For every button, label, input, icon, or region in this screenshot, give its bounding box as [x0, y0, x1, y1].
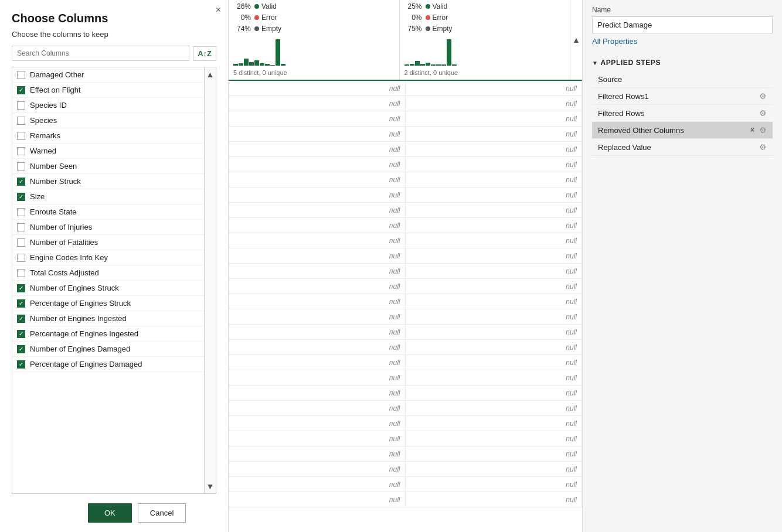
checkbox-species[interactable]: [17, 117, 25, 125]
grid-cell-null: null: [406, 294, 583, 309]
grid-cell-null: null: [406, 218, 583, 233]
scroll-down-button[interactable]: ▼: [206, 482, 215, 491]
ok-button[interactable]: OK: [88, 503, 132, 523]
step-item-replaced-value[interactable]: Replaced Value⚙: [592, 139, 773, 156]
grid-cell-null: null: [229, 157, 406, 172]
checkbox-enroute-state[interactable]: [17, 208, 25, 216]
checkbox-number-of-fatalities[interactable]: [17, 238, 25, 247]
column-item-species[interactable]: Species: [12, 113, 204, 128]
checkbox-number-of-engines-struck[interactable]: [17, 284, 25, 292]
checkbox-total-costs-adjusted[interactable]: [17, 269, 25, 277]
column-item-species-id[interactable]: Species ID: [12, 98, 204, 113]
step-gear-removed-other-columns[interactable]: ⚙: [759, 125, 767, 135]
step-gear-replaced-value[interactable]: ⚙: [759, 142, 767, 152]
grid-scroll-right-arrow[interactable]: ▲: [570, 0, 582, 80]
column-item-effect-on-flight[interactable]: Effect on Flight: [12, 83, 204, 98]
checkbox-size[interactable]: [17, 193, 25, 201]
grid-cell-null: null: [406, 81, 583, 96]
step-item-source[interactable]: Source: [592, 71, 773, 88]
grid-cell-null: null: [229, 309, 406, 324]
step-item-removed-other-columns[interactable]: Removed Other Columns×⚙: [592, 122, 773, 139]
column-item-size[interactable]: Size: [12, 189, 204, 204]
bar-item: [415, 61, 420, 66]
checkbox-effect-on-flight[interactable]: [17, 86, 25, 94]
bar-item: [420, 64, 425, 66]
column-label-number-of-engines-struck: Number of Engines Struck: [30, 284, 119, 292]
grid-cell-null: null: [406, 264, 583, 278]
column-item-number-of-engines-struck[interactable]: Number of Engines Struck: [12, 281, 204, 296]
step-gear-filtered-rows1[interactable]: ⚙: [759, 91, 767, 101]
step-item-filtered-rows1[interactable]: Filtered Rows1⚙: [592, 88, 773, 105]
dot-valid: [254, 4, 259, 9]
grid-cell-null: null: [406, 431, 583, 446]
step-delete-removed-other-columns[interactable]: ×: [750, 126, 754, 134]
column-label-engine-codes-info-key: Engine Codes Info Key: [30, 253, 108, 262]
grid-body: nullnullnullnullnullnullnullnullnullnull…: [229, 81, 582, 507]
checkbox-number-of-engines-ingested[interactable]: [17, 315, 25, 323]
step-item-filtered-rows[interactable]: Filtered Rows⚙: [592, 105, 773, 122]
table-row: nullnull: [229, 309, 582, 325]
grid-cell-null: null: [229, 492, 406, 507]
close-button[interactable]: ×: [216, 5, 221, 15]
search-input[interactable]: [12, 46, 189, 61]
checkbox-engine-codes-info-key[interactable]: [17, 254, 25, 262]
checkbox-warned[interactable]: [17, 147, 25, 155]
column-item-number-struck[interactable]: Number Struck: [12, 174, 204, 189]
column-item-number-of-engines-damaged[interactable]: Number of Engines Damaged: [12, 342, 204, 357]
column-item-number-of-fatalities[interactable]: Number of Fatalities: [12, 235, 204, 250]
table-row: nullnull: [229, 416, 582, 431]
grid-cell-null: null: [406, 401, 583, 415]
all-properties-link[interactable]: All Properties: [592, 37, 637, 46]
grid-cell-null: null: [229, 187, 406, 202]
checkbox-percentage-of-engines-damaged[interactable]: [17, 360, 25, 369]
grid-cell-null: null: [406, 157, 583, 172]
bar-item: [281, 64, 285, 66]
checkbox-percentage-of-engines-struck[interactable]: [17, 299, 25, 308]
checkbox-number-of-injuries[interactable]: [17, 223, 25, 231]
grid-cell-null: null: [229, 477, 406, 492]
column-item-percentage-of-engines-struck[interactable]: Percentage of Engines Struck: [12, 296, 204, 311]
search-row: A↕Z: [12, 46, 216, 61]
bar-item: [436, 64, 441, 66]
name-input[interactable]: [592, 16, 773, 33]
column-item-number-seen[interactable]: Number Seen: [12, 159, 204, 174]
checkbox-number-of-engines-damaged[interactable]: [17, 345, 25, 353]
bar-item: [244, 59, 249, 66]
column-item-number-of-engines-ingested[interactable]: Number of Engines Ingested: [12, 311, 204, 326]
column-item-warned[interactable]: Warned: [12, 144, 204, 159]
column-item-enroute-state[interactable]: Enroute State: [12, 204, 204, 220]
checkbox-damaged-other[interactable]: [17, 71, 25, 79]
stat-pct: 0%: [233, 13, 251, 22]
table-row: nullnull: [229, 340, 582, 355]
scroll-up-button[interactable]: ▲: [206, 70, 215, 79]
checkbox-number-seen[interactable]: [17, 162, 25, 170]
grid-cell-null: null: [229, 355, 406, 370]
column-item-total-costs-adjusted[interactable]: Total Costs Adjusted: [12, 265, 204, 281]
grid-cell-null: null: [406, 127, 583, 141]
name-section: Name All Properties: [592, 6, 773, 46]
column-item-number-of-injuries[interactable]: Number of Injuries: [12, 220, 204, 235]
bar-item: [249, 62, 254, 66]
column-label-number-of-engines-damaged: Number of Engines Damaged: [30, 345, 130, 353]
checkbox-number-struck[interactable]: [17, 178, 25, 186]
column-label-number-seen: Number Seen: [30, 162, 77, 170]
step-name-removed-other-columns: Removed Other Columns: [598, 126, 684, 135]
grid-cell-null: null: [229, 264, 406, 278]
column-label-number-of-engines-ingested: Number of Engines Ingested: [30, 314, 127, 323]
column-item-engine-codes-info-key[interactable]: Engine Codes Info Key: [12, 250, 204, 265]
column-item-percentage-of-engines-damaged[interactable]: Percentage of Engines Damaged: [12, 357, 204, 372]
checkbox-species-id[interactable]: [17, 101, 25, 110]
columns-list-container: Damaged OtherEffect on FlightSpecies IDS…: [12, 67, 216, 494]
checkbox-percentage-of-engines-ingested[interactable]: [17, 330, 25, 338]
sort-button[interactable]: A↕Z: [193, 46, 216, 61]
checkbox-remarks[interactable]: [17, 132, 25, 140]
cancel-button[interactable]: Cancel: [138, 503, 186, 523]
column-item-damaged-other[interactable]: Damaged Other: [12, 67, 204, 83]
column-item-percentage-of-engines-ingested[interactable]: Percentage of Engines Ingested: [12, 326, 204, 342]
stat-line: 26%Valid: [233, 2, 395, 11]
grid-cell-null: null: [406, 370, 583, 385]
grid-cell-null: null: [229, 386, 406, 400]
column-item-remarks[interactable]: Remarks: [12, 128, 204, 144]
grid-cell-null: null: [406, 172, 583, 187]
step-gear-filtered-rows[interactable]: ⚙: [759, 108, 767, 118]
